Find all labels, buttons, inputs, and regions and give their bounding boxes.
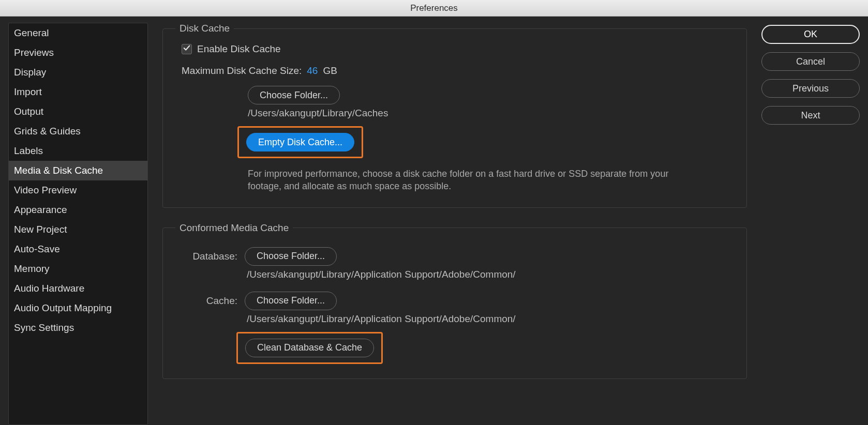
cache-choose-folder-button[interactable]: Choose Folder...	[245, 292, 337, 310]
max-cache-size-unit: GB	[323, 65, 337, 77]
empty-disk-cache-highlight: Empty Disk Cache...	[237, 126, 363, 158]
sidebar-item-audio-output-mapping[interactable]: Audio Output Mapping	[9, 298, 147, 318]
enable-disk-cache-checkbox[interactable]	[182, 44, 192, 54]
empty-disk-cache-button[interactable]: Empty Disk Cache...	[246, 133, 354, 151]
clean-db-cache-highlight: Clean Database & Cache	[236, 332, 383, 364]
sidebar-item-sync-settings[interactable]: Sync Settings	[9, 318, 147, 338]
enable-disk-cache-label: Enable Disk Cache	[197, 43, 281, 55]
disk-cache-choose-folder-button[interactable]: Choose Folder...	[248, 86, 340, 104]
disk-cache-help-text: For improved performance, choose a disk …	[248, 168, 677, 193]
sidebar-item-auto-save[interactable]: Auto-Save	[9, 239, 147, 259]
database-label: Database:	[175, 251, 237, 262]
sidebar-item-output[interactable]: Output	[9, 102, 147, 122]
max-cache-size-value[interactable]: 46	[307, 65, 318, 77]
disk-cache-folder-path: /Users/akangupt/Library/Caches	[248, 108, 734, 119]
conformed-legend: Conformed Media Cache	[175, 222, 293, 234]
sidebar-item-appearance[interactable]: Appearance	[9, 200, 147, 220]
cancel-button[interactable]: Cancel	[761, 52, 860, 71]
window-title: Preferences	[0, 0, 868, 17]
database-choose-folder-button[interactable]: Choose Folder...	[245, 247, 337, 266]
ok-button[interactable]: OK	[761, 25, 860, 44]
check-icon	[183, 44, 190, 54]
sidebar-item-display[interactable]: Display	[9, 63, 147, 82]
previous-button[interactable]: Previous	[761, 79, 860, 98]
clean-database-cache-button[interactable]: Clean Database & Cache	[245, 339, 374, 357]
preferences-sidebar: General Previews Display Import Output G…	[8, 23, 148, 425]
cache-label: Cache:	[175, 295, 237, 307]
sidebar-item-general[interactable]: General	[9, 23, 147, 43]
sidebar-item-previews[interactable]: Previews	[9, 43, 147, 63]
sidebar-item-import[interactable]: Import	[9, 82, 147, 102]
cache-path: /Users/akangupt/Library/Application Supp…	[247, 313, 734, 325]
sidebar-item-grids-guides[interactable]: Grids & Guides	[9, 122, 147, 141]
sidebar-item-memory[interactable]: Memory	[9, 259, 147, 279]
sidebar-item-audio-hardware[interactable]: Audio Hardware	[9, 279, 147, 298]
sidebar-item-labels[interactable]: Labels	[9, 141, 147, 161]
max-cache-size-label: Maximum Disk Cache Size:	[182, 65, 302, 77]
database-path: /Users/akangupt/Library/Application Supp…	[247, 269, 734, 280]
conformed-media-cache-panel: Conformed Media Cache Database: Choose F…	[162, 222, 747, 379]
sidebar-item-video-preview[interactable]: Video Preview	[9, 180, 147, 200]
disk-cache-legend: Disk Cache	[175, 23, 234, 34]
dialog-actions: OK Cancel Previous Next	[761, 23, 860, 425]
sidebar-item-media-disk-cache[interactable]: Media & Disk Cache	[9, 161, 147, 180]
preferences-main: Disk Cache Enable Disk Cache Maximum Dis…	[162, 23, 747, 425]
sidebar-item-new-project[interactable]: New Project	[9, 220, 147, 239]
disk-cache-panel: Disk Cache Enable Disk Cache Maximum Dis…	[162, 23, 747, 208]
next-button[interactable]: Next	[761, 106, 860, 125]
